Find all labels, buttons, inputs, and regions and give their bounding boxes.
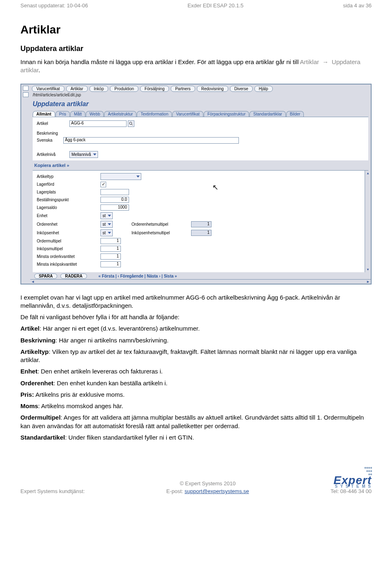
p9: Moms: Artikelns momskod anges här. [20, 402, 372, 410]
tab-forpackningsstruktur[interactable]: Förpackningsstruktur [204, 111, 249, 117]
grid-row: Beställningspunkt0.0 [37, 196, 364, 204]
grid-row: Lagerplats [37, 188, 364, 196]
menu-partners[interactable]: Partners [171, 86, 195, 92]
menu-redovisning[interactable]: Redovisning [197, 86, 228, 92]
menu-produktion[interactable]: Produktion [110, 86, 138, 92]
grid-row: InköpsenhetstInköpsenhetsmultipel1 [37, 229, 364, 237]
home-icon[interactable] [23, 86, 29, 91]
p7-bold: Orderenhet [20, 380, 53, 387]
general-panel: Artikel AGG-6 Beskrivning Svenska Ägg 6-… [33, 117, 368, 160]
footer-center: © Expert Systems 2010 E-post: support@ex… [166, 480, 249, 494]
grid-row: Inköpsmultipel1 [37, 245, 364, 253]
p8-bold: Pris: [20, 391, 34, 398]
spara-button[interactable]: SPARA [34, 273, 57, 279]
menu-artiklar[interactable]: Artiklar [66, 86, 88, 92]
kopiera-link[interactable]: Kopiera artikel » [30, 160, 371, 170]
footer-right: ● ● ● ●● ● ●● ● Expert S Y S T E M S Tel… [331, 466, 372, 494]
grid-panel: ↖ ArtikeltypLagerförd✓LagerplatsBeställn… [33, 170, 368, 272]
p10: Ordermultipel: Anges för att validera at… [20, 413, 372, 430]
grid-number-input[interactable]: 1 [100, 253, 121, 260]
artikelniva-select[interactable]: Mellannivå [69, 151, 98, 158]
search-icon[interactable] [128, 120, 134, 127]
mid-label: Orderenhetsmultipel [131, 222, 189, 227]
grid-number-input[interactable]: 0.0 [100, 197, 129, 203]
p8-text: Artikelns pris är exklusive moms. [34, 391, 125, 398]
grid-number-input[interactable]: 1000 [100, 204, 129, 211]
grid-label: Ordermultipel [37, 239, 98, 243]
logo-subtext: S Y S T E M S [331, 485, 372, 488]
radera-button[interactable]: RADERA [60, 273, 87, 279]
p4: Beskrivning: Här anger ni artikelns namn… [20, 336, 372, 344]
tab-webb[interactable]: Webb [86, 111, 104, 117]
svg-line-1 [131, 124, 133, 125]
grid-label: Lagerförd [37, 182, 98, 187]
tab-artikelstruktur[interactable]: Artikelstruktur [104, 111, 136, 117]
p9-bold: Moms [20, 402, 38, 409]
footer-bar: SPARA RADERA « Första | ‹ Föregående | N… [30, 272, 371, 279]
tab-bilder[interactable]: Bilder [286, 111, 304, 117]
arrow-icon: → [322, 58, 328, 65]
menu-forsaljning[interactable]: Försäljning [140, 86, 169, 92]
p5-bold: Artikeltyp [20, 348, 49, 355]
lagerford-checkbox[interactable]: ✓ [100, 182, 106, 187]
unit-select[interactable]: st [100, 221, 113, 228]
app-screenshot: Varucertifikat Artiklar Inköp Produktion… [20, 84, 372, 284]
grid-number-input[interactable]: 1 [100, 261, 121, 267]
tab-pris[interactable]: Pris [56, 111, 70, 117]
grid-icon[interactable] [23, 92, 29, 97]
p9-text: : Artikelns momskod anges här. [38, 402, 123, 409]
p4-bold: Beskrivning [20, 337, 56, 344]
header-center: Exder EDI ESAP 20.1.5 [187, 2, 243, 9]
intro-paragraph: Innan ni kan börja handla måste ni lägga… [20, 58, 372, 75]
grid-row: Lagerförd✓ [37, 181, 364, 188]
grid-row: Artikeltyp [37, 172, 364, 181]
mid-label: Inköpsenhetsmultipel [131, 231, 189, 235]
grid-label: Artikeltyp [37, 174, 98, 179]
header-left: Senast uppdaterat: 10-04-06 [20, 2, 88, 9]
mid-value: 1 [191, 221, 212, 227]
artikel-input[interactable]: AGG-6 [69, 120, 127, 127]
scroll-up-icon[interactable]: ▲ [366, 171, 370, 175]
svenska-input[interactable]: Ägg 6-pack [63, 137, 239, 144]
grid-label: Beställningspunkt [37, 198, 98, 202]
scrollbar[interactable]: ▲ ▼ [365, 171, 371, 272]
tab-standardartiklar[interactable]: Standardartiklar [249, 111, 286, 117]
unit-select[interactable]: st [100, 212, 113, 219]
grid-label: Inköpsmultipel [37, 247, 98, 251]
p6-text: : Den enhet artikeln levereras och faktu… [38, 368, 163, 375]
grid-number-input[interactable]: 1 [100, 246, 121, 252]
menubar: Varucertifikat Artiklar Inköp Produktion… [30, 84, 371, 92]
epost-label: E-post: [166, 488, 185, 494]
hscrollbar[interactable]: ◄ ► [30, 279, 371, 284]
grid-label: Inköpsenhet [37, 231, 98, 235]
scroll-down-icon[interactable]: ▼ [366, 268, 370, 271]
unit-select[interactable]: st [100, 229, 113, 236]
p5: Artikeltyp: Vilken typ av artikel det är… [20, 348, 372, 364]
page-title: Artiklar [20, 23, 372, 36]
menu-inkop[interactable]: Inköp [89, 86, 108, 92]
artikeltyp-select[interactable] [100, 173, 141, 180]
menu-hjalp[interactable]: Hjälp [254, 86, 273, 92]
intro-period: . [38, 67, 40, 73]
p10-bold: Ordermultipel [20, 414, 60, 421]
tab-textinformation[interactable]: Textinformation [137, 111, 172, 117]
intro-text: Innan ni kan börja handla måste ni lägga… [20, 58, 300, 65]
grid-label: Orderenhet [37, 222, 98, 227]
section-title: Uppdatera artiklar [20, 44, 372, 53]
grid-number-input[interactable]: 1 [100, 238, 121, 244]
grid-input[interactable] [100, 189, 129, 195]
p3: Artikel: Här anger ni ert eget (d.v.s. l… [20, 324, 372, 333]
menu-diverse[interactable]: Diverse [230, 86, 253, 92]
grid-label: Enhet [37, 213, 98, 218]
epost-link[interactable]: support@expertsystems.se [185, 488, 249, 494]
scroll-left-icon[interactable]: ◄ [31, 280, 35, 284]
tab-varucertifikat[interactable]: Varucertifikat [172, 111, 203, 117]
tab-matt[interactable]: Mått [70, 111, 85, 117]
menu-varucertifikat[interactable]: Varucertifikat [32, 86, 65, 92]
grid-label: Minsta orderkvantitet [37, 254, 98, 259]
nav-links[interactable]: « Första | ‹ Föregående | Nästa › | Sist… [98, 274, 177, 278]
scroll-right-icon[interactable]: ► [366, 280, 370, 284]
tab-allmant[interactable]: Allmänt [33, 111, 55, 117]
doc-footer: Expert Systems kundtjänst: © Expert Syst… [20, 466, 372, 498]
p6-bold: Enhet [20, 368, 38, 375]
